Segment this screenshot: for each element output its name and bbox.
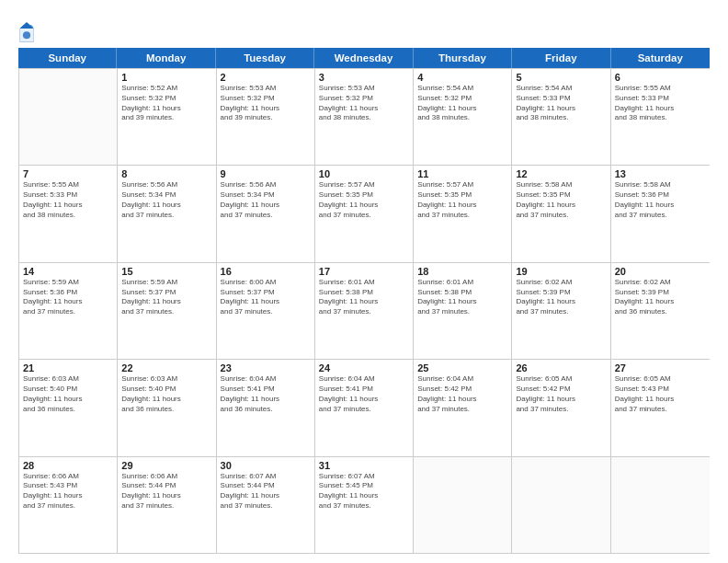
header-day-friday: Friday <box>512 48 610 68</box>
calendar-day-20: 20Sunrise: 6:02 AM Sunset: 5:39 PM Dayli… <box>611 263 710 359</box>
calendar-empty-cell <box>414 457 512 553</box>
header-day-wednesday: Wednesday <box>314 48 413 68</box>
day-info: Sunrise: 6:07 AM Sunset: 5:44 PM Dayligh… <box>221 472 311 511</box>
day-number: 1 <box>121 72 211 83</box>
calendar-day-8: 8Sunrise: 5:56 AM Sunset: 5:34 PM Daylig… <box>118 166 216 261</box>
day-info: Sunrise: 6:04 AM Sunset: 5:42 PM Dayligh… <box>417 374 507 414</box>
calendar-header: SundayMondayTuesdayWednesdayThursdayFrid… <box>18 48 710 68</box>
day-number: 8 <box>121 168 211 179</box>
day-info: Sunrise: 6:01 AM Sunset: 5:38 PM Dayligh… <box>417 278 507 317</box>
calendar-day-16: 16Sunrise: 6:00 AM Sunset: 5:37 PM Dayli… <box>217 263 315 359</box>
day-info: Sunrise: 6:04 AM Sunset: 5:41 PM Dayligh… <box>319 374 409 414</box>
calendar-empty-cell <box>611 457 710 553</box>
day-number: 27 <box>615 362 706 373</box>
day-number: 17 <box>319 266 409 277</box>
calendar-day-1: 1Sunrise: 5:52 AM Sunset: 5:32 PM Daylig… <box>118 69 216 165</box>
day-info: Sunrise: 5:58 AM Sunset: 5:35 PM Dayligh… <box>516 180 606 220</box>
header-day-tuesday: Tuesday <box>216 48 314 68</box>
logo-icon <box>18 20 35 44</box>
header <box>18 17 710 44</box>
day-info: Sunrise: 6:02 AM Sunset: 5:39 PM Dayligh… <box>516 278 606 317</box>
day-info: Sunrise: 5:59 AM Sunset: 5:36 PM Dayligh… <box>23 278 113 317</box>
day-number: 2 <box>221 72 311 83</box>
day-info: Sunrise: 5:59 AM Sunset: 5:37 PM Dayligh… <box>121 278 211 317</box>
day-number: 26 <box>516 362 606 373</box>
day-number: 30 <box>221 460 311 471</box>
calendar-day-7: 7Sunrise: 5:55 AM Sunset: 5:33 PM Daylig… <box>19 166 118 261</box>
calendar-day-22: 22Sunrise: 6:03 AM Sunset: 5:40 PM Dayli… <box>118 360 216 455</box>
day-info: Sunrise: 5:55 AM Sunset: 5:33 PM Dayligh… <box>615 84 706 123</box>
day-info: Sunrise: 6:03 AM Sunset: 5:40 PM Dayligh… <box>121 374 211 414</box>
svg-point-3 <box>23 31 30 39</box>
calendar: SundayMondayTuesdayWednesdayThursdayFrid… <box>18 48 710 554</box>
day-number: 25 <box>417 362 507 373</box>
calendar-day-5: 5Sunrise: 5:54 AM Sunset: 5:33 PM Daylig… <box>512 69 610 165</box>
header-day-thursday: Thursday <box>414 48 512 68</box>
calendar-day-9: 9Sunrise: 5:56 AM Sunset: 5:34 PM Daylig… <box>217 166 315 261</box>
day-number: 10 <box>319 168 409 179</box>
day-number: 9 <box>221 168 311 179</box>
day-number: 20 <box>615 266 706 277</box>
day-info: Sunrise: 6:07 AM Sunset: 5:45 PM Dayligh… <box>319 472 409 511</box>
day-info: Sunrise: 6:06 AM Sunset: 5:43 PM Dayligh… <box>23 472 113 511</box>
calendar-day-12: 12Sunrise: 5:58 AM Sunset: 5:35 PM Dayli… <box>512 166 610 261</box>
day-number: 7 <box>23 168 113 179</box>
calendar-body: 1Sunrise: 5:52 AM Sunset: 5:32 PM Daylig… <box>18 68 710 554</box>
day-number: 11 <box>417 168 507 179</box>
day-number: 15 <box>121 266 211 277</box>
day-info: Sunrise: 5:55 AM Sunset: 5:33 PM Dayligh… <box>23 180 113 220</box>
day-number: 5 <box>516 72 606 83</box>
day-info: Sunrise: 6:05 AM Sunset: 5:43 PM Dayligh… <box>615 374 706 414</box>
day-info: Sunrise: 6:06 AM Sunset: 5:44 PM Dayligh… <box>121 472 211 511</box>
logo <box>18 20 38 44</box>
day-info: Sunrise: 6:05 AM Sunset: 5:42 PM Dayligh… <box>516 374 606 414</box>
header-day-monday: Monday <box>117 48 215 68</box>
day-number: 16 <box>221 266 311 277</box>
day-number: 28 <box>23 460 113 471</box>
day-number: 13 <box>615 168 706 179</box>
day-number: 29 <box>121 460 211 471</box>
calendar-day-2: 2Sunrise: 5:53 AM Sunset: 5:32 PM Daylig… <box>217 69 315 165</box>
calendar-empty-cell <box>512 457 610 553</box>
day-info: Sunrise: 5:56 AM Sunset: 5:34 PM Dayligh… <box>221 180 311 220</box>
day-number: 31 <box>319 460 409 471</box>
day-info: Sunrise: 5:57 AM Sunset: 5:35 PM Dayligh… <box>417 180 507 220</box>
day-info: Sunrise: 5:58 AM Sunset: 5:36 PM Dayligh… <box>615 180 706 220</box>
calendar-day-25: 25Sunrise: 6:04 AM Sunset: 5:42 PM Dayli… <box>414 360 512 455</box>
day-info: Sunrise: 5:56 AM Sunset: 5:34 PM Dayligh… <box>121 180 211 220</box>
calendar-day-13: 13Sunrise: 5:58 AM Sunset: 5:36 PM Dayli… <box>611 166 710 261</box>
day-number: 23 <box>221 362 311 373</box>
calendar-row-5: 28Sunrise: 6:06 AM Sunset: 5:43 PM Dayli… <box>19 456 710 553</box>
day-number: 6 <box>615 72 706 83</box>
day-info: Sunrise: 5:52 AM Sunset: 5:32 PM Dayligh… <box>121 84 211 123</box>
calendar-day-11: 11Sunrise: 5:57 AM Sunset: 5:35 PM Dayli… <box>414 166 512 261</box>
calendar-day-17: 17Sunrise: 6:01 AM Sunset: 5:38 PM Dayli… <box>315 263 414 359</box>
day-number: 12 <box>516 168 606 179</box>
header-day-saturday: Saturday <box>611 48 710 68</box>
day-number: 21 <box>23 362 113 373</box>
header-day-sunday: Sunday <box>18 48 117 68</box>
day-info: Sunrise: 5:57 AM Sunset: 5:35 PM Dayligh… <box>319 180 409 220</box>
calendar-empty-cell <box>19 69 118 165</box>
day-number: 4 <box>417 72 507 83</box>
day-number: 22 <box>121 362 211 373</box>
day-number: 24 <box>319 362 409 373</box>
day-info: Sunrise: 6:01 AM Sunset: 5:38 PM Dayligh… <box>319 278 409 317</box>
calendar-row-1: 1Sunrise: 5:52 AM Sunset: 5:32 PM Daylig… <box>19 68 710 165</box>
calendar-day-29: 29Sunrise: 6:06 AM Sunset: 5:44 PM Dayli… <box>118 457 216 553</box>
calendar-day-14: 14Sunrise: 5:59 AM Sunset: 5:36 PM Dayli… <box>19 263 118 359</box>
calendar-day-21: 21Sunrise: 6:03 AM Sunset: 5:40 PM Dayli… <box>19 360 118 455</box>
calendar-day-18: 18Sunrise: 6:01 AM Sunset: 5:38 PM Dayli… <box>414 263 512 359</box>
day-number: 14 <box>23 266 113 277</box>
day-number: 19 <box>516 266 606 277</box>
calendar-day-26: 26Sunrise: 6:05 AM Sunset: 5:42 PM Dayli… <box>512 360 610 455</box>
day-info: Sunrise: 5:53 AM Sunset: 5:32 PM Dayligh… <box>221 84 311 123</box>
day-info: Sunrise: 6:03 AM Sunset: 5:40 PM Dayligh… <box>23 374 113 414</box>
calendar-page: SundayMondayTuesdayWednesdayThursdayFrid… <box>0 0 728 563</box>
calendar-day-27: 27Sunrise: 6:05 AM Sunset: 5:43 PM Dayli… <box>611 360 710 455</box>
day-info: Sunrise: 6:04 AM Sunset: 5:41 PM Dayligh… <box>221 374 311 414</box>
calendar-day-24: 24Sunrise: 6:04 AM Sunset: 5:41 PM Dayli… <box>315 360 414 455</box>
day-info: Sunrise: 5:54 AM Sunset: 5:33 PM Dayligh… <box>516 84 606 123</box>
calendar-day-4: 4Sunrise: 5:54 AM Sunset: 5:32 PM Daylig… <box>414 69 512 165</box>
day-info: Sunrise: 5:53 AM Sunset: 5:32 PM Dayligh… <box>319 84 409 123</box>
